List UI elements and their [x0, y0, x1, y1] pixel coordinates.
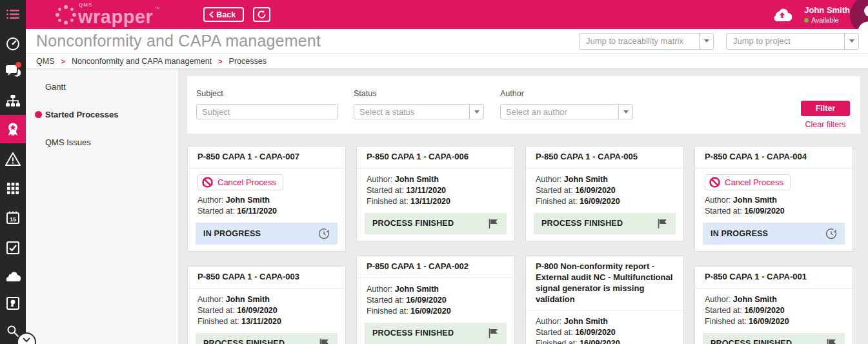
finished-label: Finished at: [705, 317, 747, 326]
jump-to-project-select[interactable]: Jump to project [726, 33, 859, 50]
cloud-upload-icon[interactable] [772, 8, 792, 21]
certificate-icon[interactable] [0, 290, 26, 316]
sitemap-icon[interactable] [0, 88, 26, 114]
author-label: Author: [197, 196, 223, 205]
started-label: Started at: [705, 207, 742, 216]
author-label: Author: [705, 196, 731, 205]
chevron-down-icon [623, 110, 629, 114]
status-select-value: Select a status [354, 107, 469, 117]
status-label: IN PROGRESS [711, 229, 768, 238]
qmswrapper-logo[interactable]: QMSwrapper ™ [55, 5, 159, 25]
svg-text:15: 15 [10, 216, 16, 223]
filter-button[interactable]: Filter [801, 101, 850, 116]
process-cards-grid: P-850 CAPA 1 - CAPA-007 Cancel Process A… [187, 146, 860, 344]
sidebar-item-label: Started Processes [45, 110, 118, 119]
status-badge: PROCESS FINISHED [365, 323, 507, 344]
status-label: PROCESS FINISHED [372, 329, 454, 338]
chat-icon[interactable] [0, 58, 26, 84]
menu-icon[interactable] [0, 1, 26, 27]
breadcrumb-ncr-capa[interactable]: Nonconformity and CAPA management [72, 57, 212, 66]
author-label: Author: [197, 295, 223, 304]
clear-filters-link[interactable]: Clear filters [801, 120, 850, 129]
sidebar-item-qms-issues[interactable]: QMS Issues [26, 130, 179, 155]
cancel-process-button[interactable]: Cancel Process [197, 174, 283, 190]
process-card-title: P-850 CAPA 1 - CAPA-001 [695, 267, 853, 288]
started-label: Started at: [367, 186, 404, 195]
process-card-title: P-850 CAPA 1 - CAPA-004 [695, 147, 853, 168]
started-value: 16/11/2020 [237, 207, 277, 216]
in-progress-clock-icon [318, 228, 330, 239]
finished-value: 16/09/2020 [580, 339, 620, 344]
breadcrumb-processes[interactable]: Processes [229, 57, 267, 66]
author-value: John Smith [395, 175, 439, 184]
in-progress-clock-icon [825, 228, 837, 239]
finished-value: 16/09/2020 [580, 197, 620, 206]
status-field-group: Status Select a status [354, 89, 484, 127]
flag-icon [488, 328, 499, 339]
dropdown-caret-button[interactable] [844, 34, 858, 49]
started-value: 16/09/2020 [406, 296, 447, 305]
available-dot [804, 18, 809, 23]
jump-to-traceability-select[interactable]: Jump to traceability matrix [579, 33, 714, 50]
qms-processes-icon[interactable] [0, 115, 26, 143]
status-badge: PROCESS FINISHED [196, 333, 338, 344]
user-menu[interactable]: John Smith Available [804, 5, 850, 24]
started-value: 16/09/2020 [575, 186, 616, 195]
warning-icon[interactable] [0, 146, 26, 172]
subject-field-group: Subject [196, 89, 338, 127]
process-card-capa-003[interactable]: P-850 CAPA 1 - CAPA-003 Author: John Smi… [187, 266, 346, 344]
process-card-p800-nc[interactable]: P-800 Non-conformity report - External a… [525, 256, 684, 344]
sidebar-item-gantt[interactable]: Gantt [26, 74, 179, 99]
page-header: Nonconformity and CAPA management Jump t… [26, 29, 868, 54]
finished-value: 16/09/2020 [410, 307, 451, 316]
process-card-capa-007[interactable]: P-850 CAPA 1 - CAPA-007 Cancel Process A… [187, 146, 346, 252]
finished-label: Finished at: [367, 197, 409, 206]
process-card-title: P-850 CAPA 1 - CAPA-003 [188, 267, 345, 288]
icon-rail: 15 [0, 0, 26, 344]
process-card-capa-002[interactable]: P-850 CAPA 1 - CAPA-002 Author: John Smi… [356, 256, 515, 344]
apps-grid-icon[interactable] [0, 176, 26, 201]
tasks-check-icon[interactable] [0, 235, 26, 261]
breadcrumb-separator: > [61, 57, 65, 65]
finished-label: Finished at: [367, 307, 409, 316]
author-select[interactable]: Select an author [500, 104, 633, 119]
user-status-label: Available [811, 16, 838, 24]
avatar[interactable] [850, 0, 868, 29]
started-label: Started at: [367, 296, 404, 305]
breadcrumb: QMS > Nonconformity and CAPA management … [26, 54, 868, 69]
back-button[interactable]: Back [203, 7, 244, 22]
started-value: 16/09/2020 [575, 328, 616, 337]
status-badge: IN PROGRESS [196, 223, 338, 245]
cancel-process-button[interactable]: Cancel Process [705, 174, 791, 190]
process-card-capa-005[interactable]: P-850 CAPA 1 - CAPA-005 Author: John Smi… [525, 146, 684, 241]
status-label: PROCESS FINISHED [203, 339, 285, 344]
topbar: QMSwrapper ™ Back John Smith Available [26, 0, 868, 29]
subject-input[interactable] [196, 104, 338, 119]
status-select[interactable]: Select a status [354, 104, 484, 119]
refresh-button[interactable] [253, 7, 270, 22]
dashboard-gauge-icon[interactable] [0, 31, 26, 57]
cancel-process-label: Cancel Process [725, 177, 783, 187]
person-icon [856, 2, 868, 29]
breadcrumb-qms[interactable]: QMS [36, 57, 54, 66]
calendar-icon[interactable]: 15 [0, 205, 26, 230]
page-title: Nonconformity and CAPA management [36, 32, 321, 50]
refresh-icon [257, 10, 266, 19]
finished-value: 13/11/2020 [241, 317, 281, 326]
sidebar-item-started-processes[interactable]: Started Processes [26, 102, 179, 127]
started-label: Started at: [197, 306, 235, 315]
card-column: P-850 CAPA 1 - CAPA-004 Cancel Process A… [694, 146, 853, 344]
process-card-capa-006[interactable]: P-850 CAPA 1 - CAPA-006 Author: John Smi… [356, 146, 515, 241]
dropdown-caret-button[interactable] [618, 105, 632, 119]
process-card-capa-004[interactable]: P-850 CAPA 1 - CAPA-004 Cancel Process A… [694, 146, 853, 252]
author-label: Author: [367, 175, 392, 184]
cloud-icon[interactable] [0, 263, 26, 289]
finished-value: 16/09/2020 [749, 317, 789, 326]
started-value: 16/09/2020 [744, 306, 785, 315]
author-label: Author [500, 89, 633, 98]
jump-to-project-label: Jump to project [727, 36, 844, 46]
author-value: John Smith [226, 295, 270, 304]
dropdown-caret-button[interactable] [699, 34, 713, 49]
process-card-capa-001[interactable]: P-850 CAPA 1 - CAPA-001 Author: John Smi… [694, 266, 853, 344]
dropdown-caret-button[interactable] [469, 105, 483, 119]
